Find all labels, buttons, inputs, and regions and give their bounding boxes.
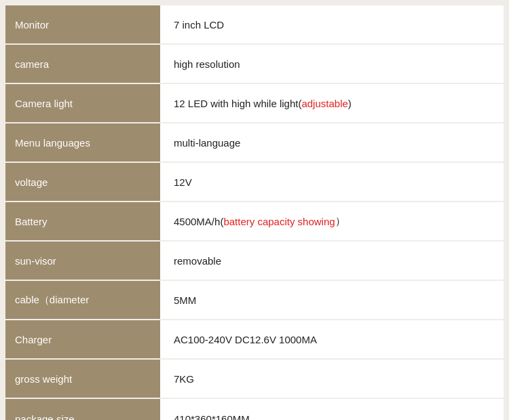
table-row: ChargerAC100-240V DC12.6V 1000MA xyxy=(5,320,504,360)
spec-label: voltage xyxy=(5,163,160,201)
spec-label: camera xyxy=(5,45,160,83)
spec-label: sun-visor xyxy=(5,242,160,280)
spec-value: 7KG xyxy=(160,360,504,398)
table-row: cable（diameter5MM xyxy=(5,281,504,320)
table-row: voltage12V xyxy=(5,163,504,202)
spec-value: 12 LED with high while light(adjustable) xyxy=(160,84,504,122)
table-row: camerahigh resolution xyxy=(5,45,504,84)
table-row: Monitor7 inch LCD xyxy=(5,5,504,45)
table-row: gross weight7KG xyxy=(5,360,504,399)
table-row: package size410*360*160MM xyxy=(5,399,504,420)
spec-value: high resolution xyxy=(160,45,504,83)
spec-label: Menu languages xyxy=(5,123,160,161)
spec-table: Monitor7 inch LCDcamerahigh resolutionCa… xyxy=(0,0,509,420)
spec-value: removable xyxy=(160,242,504,280)
spec-label: Charger xyxy=(5,320,160,358)
table-row: Camera light12 LED with high while light… xyxy=(5,84,504,123)
table-row: Battery4500MA/h(battery capacity showing… xyxy=(5,202,504,242)
spec-value: AC100-240V DC12.6V 1000MA xyxy=(160,320,504,358)
spec-value: 7 inch LCD xyxy=(160,5,504,43)
table-row: sun-visorremovable xyxy=(5,242,504,281)
spec-label: Battery xyxy=(5,202,160,240)
spec-label: package size xyxy=(5,399,160,420)
spec-value: 4500MA/h(battery capacity showing） xyxy=(160,202,504,240)
spec-value: 12V xyxy=(160,163,504,201)
spec-label: cable（diameter xyxy=(5,281,160,319)
spec-value: 5MM xyxy=(160,281,504,319)
table-row: Menu languagesmulti-language xyxy=(5,123,504,163)
spec-value: 410*360*160MM xyxy=(160,399,504,420)
spec-label: Monitor xyxy=(5,5,160,43)
spec-label: Camera light xyxy=(5,84,160,122)
spec-label: gross weight xyxy=(5,360,160,398)
spec-value: multi-language xyxy=(160,123,504,161)
